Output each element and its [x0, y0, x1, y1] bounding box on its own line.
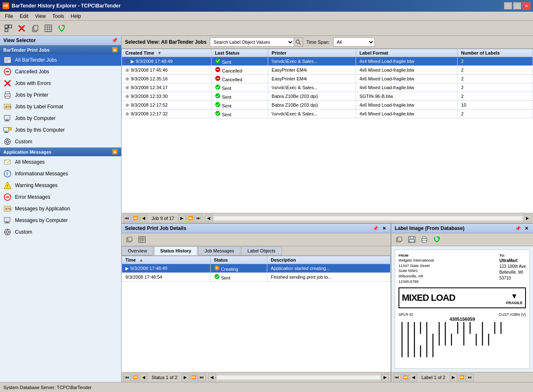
label-print-button[interactable]: [419, 235, 430, 245]
details-pin-icon[interactable]: 📌: [372, 225, 379, 232]
toolbar-connect-button[interactable]: [2, 22, 14, 34]
label-close-icon[interactable]: ✕: [523, 225, 530, 232]
label-copy-button[interactable]: [394, 235, 405, 245]
menu-edit[interactable]: Edit: [16, 12, 32, 20]
collapse-icon[interactable]: 🔼: [112, 47, 118, 52]
toolbar-refresh-button[interactable]: [56, 22, 67, 34]
status-h-scrollbar[interactable]: [217, 375, 381, 380]
sidebar-item-cancelled-jobs[interactable]: Cancelled Jobs: [0, 66, 121, 77]
svg-rect-31: [4, 132, 8, 133]
status-scroll-right-button[interactable]: ▶: [381, 374, 389, 381]
tab-overview[interactable]: Overview: [122, 246, 153, 255]
tab-label-objects[interactable]: Label Objects: [241, 246, 281, 255]
sidebar-item-messages-computer[interactable]: Messages by Computer: [0, 215, 121, 226]
table-row[interactable]: ⊕9/3/2008 12:17:52 Sent Babra Z10Be (203…: [122, 101, 533, 110]
col-last-status[interactable]: Last Status: [211, 49, 268, 57]
label-pin-icon[interactable]: 📌: [515, 225, 521, 232]
scroll-right-button[interactable]: ▶: [524, 215, 531, 222]
timespan-select[interactable]: All Today This Week This Month: [333, 37, 375, 47]
sidebar-item-error-messages[interactable]: Error Messages: [0, 191, 121, 203]
maximize-button[interactable]: □: [513, 2, 521, 10]
scroll-left-button[interactable]: ◀: [205, 215, 212, 222]
last-page-button[interactable]: ⏭: [195, 215, 202, 222]
details-copy-button[interactable]: [124, 235, 135, 245]
toolbar-delete-button[interactable]: [16, 22, 27, 34]
col-created-time[interactable]: Created Time ▼: [122, 49, 212, 57]
details-table-button[interactable]: [137, 235, 147, 245]
right-content: Selected View: All BarTender Jobs Search…: [122, 36, 533, 382]
menu-tools[interactable]: Tools: [49, 12, 67, 20]
prev-page-button[interactable]: ◀: [140, 215, 147, 222]
details-close-icon[interactable]: ✕: [381, 225, 387, 232]
search-button[interactable]: [294, 38, 303, 46]
table-row[interactable]: ⊕9/3/2008 12:33:30 Sent Babra Z10Be (203…: [122, 92, 533, 101]
expand-icon[interactable]: ⊕: [125, 102, 129, 107]
status-last-button[interactable]: ⏭: [198, 374, 206, 381]
menu-file[interactable]: File: [2, 12, 16, 20]
col-status[interactable]: Status: [210, 256, 267, 264]
sidebar-item-jobs-label-format[interactable]: BTW Jobs by Label Format: [0, 101, 121, 112]
label-prev-prev-button[interactable]: ⏪: [401, 374, 409, 381]
svg-point-57: [296, 40, 299, 43]
sidebar-item-all-messages[interactable]: All Messages: [0, 156, 121, 168]
minimize-button[interactable]: ─: [504, 2, 512, 10]
sidebar-item-warning-messages[interactable]: ! Warning Messages: [0, 180, 121, 191]
menu-view[interactable]: View: [32, 12, 49, 20]
warning-messages-icon: !: [3, 181, 12, 190]
expand-icon[interactable]: ⊕: [125, 111, 129, 116]
tab-status-history[interactable]: Status History: [154, 246, 198, 255]
h-scrollbar[interactable]: [213, 216, 523, 221]
col-time[interactable]: Time ▲: [122, 256, 211, 264]
pin-icon[interactable]: 📌: [112, 37, 118, 43]
table-row[interactable]: 9/3/2008 17:48:54 Sent Finished sending …: [122, 273, 391, 282]
label-last-button[interactable]: ⏭: [466, 374, 474, 381]
sidebar-item-info-messages[interactable]: i Informational Messages: [0, 168, 121, 180]
sidebar-item-messages-app[interactable]: BTW Messages by Application: [0, 203, 121, 215]
table-row[interactable]: ⊕9/3/2008 12:34:17 Sent \\srvdc\Exec & S…: [122, 83, 533, 92]
sidebar-item-all-jobs[interactable]: All BarTender Jobs: [0, 54, 121, 66]
next-page-button[interactable]: ▶: [178, 215, 186, 222]
expand-icon[interactable]: ⊕: [125, 94, 129, 99]
label-prev-button[interactable]: ◀: [410, 374, 417, 381]
expand-icon[interactable]: ⊕: [125, 85, 129, 90]
menu-help[interactable]: Help: [67, 12, 85, 20]
status-next-next-button[interactable]: ⏩: [190, 374, 197, 381]
expand-icon[interactable]: ⊕: [125, 59, 129, 64]
table-row[interactable]: ⊕▶9/3/2008 17:48:49 Sent \\srvdc\Exec & …: [122, 57, 533, 66]
sidebar-item-custom[interactable]: Custom: [0, 136, 121, 147]
sidebar-item-jobs-errors[interactable]: Jobs with Errors: [0, 77, 121, 89]
sidebar-item-jobs-computer[interactable]: Jobs by Computer: [0, 112, 121, 124]
status-first-button[interactable]: ⏮: [123, 374, 131, 381]
table-row[interactable]: ▶9/3/2008 17:48:49 C Creating Applicatio…: [122, 264, 391, 273]
expand-icon[interactable]: ⊕: [125, 76, 129, 81]
status-prev-prev-button[interactable]: ⏪: [132, 374, 139, 381]
table-row[interactable]: ⊕9/3/2008 17:45:46 Cancelled EasyPrinter…: [122, 66, 533, 75]
toolbar-table-button[interactable]: [42, 22, 54, 34]
status-next-button[interactable]: ▶: [182, 374, 189, 381]
col-description[interactable]: Description: [267, 256, 391, 264]
prev-prev-page-button[interactable]: ⏪: [132, 215, 139, 222]
status-scroll-left-button[interactable]: ◀: [208, 374, 216, 381]
col-num-labels[interactable]: Number of Labels: [458, 49, 533, 57]
label-next-next-button[interactable]: ⏩: [458, 374, 466, 381]
label-save-button[interactable]: [406, 235, 417, 245]
status-prev-button[interactable]: ◀: [140, 374, 147, 381]
col-printer[interactable]: Printer: [268, 49, 356, 57]
toolbar-copy-button[interactable]: [29, 22, 41, 34]
search-select[interactable]: Search Label Object Values: [210, 39, 294, 45]
sidebar-item-jobs-this-computer[interactable]: Jobs by this Computer: [0, 124, 121, 136]
label-first-button[interactable]: ⏮: [393, 374, 401, 381]
close-button[interactable]: ✕: [522, 2, 531, 10]
next-next-page-button[interactable]: ⏩: [187, 215, 194, 222]
table-row[interactable]: ⊕9/3/2008 12:35:16 Cancelled EasyPrinter…: [122, 75, 533, 83]
col-label-format[interactable]: Label Format: [356, 49, 458, 57]
expand-icon[interactable]: ⊕: [125, 67, 129, 72]
label-next-button[interactable]: ▶: [450, 374, 457, 381]
sidebar-item-jobs-printer[interactable]: Jobs by Printer: [0, 89, 121, 101]
tab-job-messages[interactable]: Job Messages: [198, 246, 240, 255]
sidebar-item-custom-messages[interactable]: Custom: [0, 226, 121, 238]
table-row[interactable]: ⊕9/3/2008 12:17:32 Sent \\srvdc\Exec & S…: [122, 110, 533, 118]
collapse-messages-icon[interactable]: 🔼: [112, 149, 118, 155]
label-refresh-button[interactable]: [431, 235, 442, 245]
first-page-button[interactable]: ⏮: [123, 215, 131, 222]
